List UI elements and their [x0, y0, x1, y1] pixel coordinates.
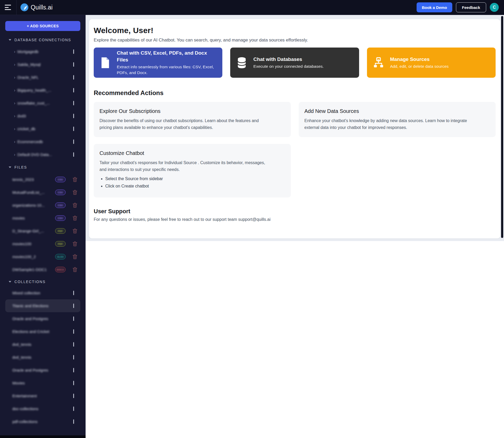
more-options-icon[interactable] [73, 394, 74, 398]
file-type-badge: XLSX [55, 254, 66, 259]
page: { "header": { "logo_text": "Quills.ai", … [0, 0, 504, 438]
chevron-right-icon[interactable]: › [14, 62, 15, 67]
header-actions: Book a Demo Feedback C [417, 2, 499, 12]
collection-row[interactable]: dvd_tennis [5, 351, 80, 364]
chevron-right-icon[interactable]: › [14, 114, 15, 118]
chevron-right-icon[interactable]: › [14, 88, 15, 92]
trash-icon[interactable] [73, 241, 77, 246]
more-options-icon[interactable] [73, 316, 74, 321]
page-subtitle: Explore the capabilities of our AI Chatb… [94, 38, 496, 43]
database-connection-row[interactable]: › snowflake_cust_... [5, 97, 80, 109]
trash-icon[interactable] [73, 203, 77, 208]
collection-row[interactable]: Movies [5, 377, 80, 389]
file-row[interactable]: MutualFundList_... CSV [5, 186, 80, 199]
trash-icon[interactable] [73, 190, 77, 195]
chevron-right-icon[interactable]: › [14, 140, 15, 144]
chevron-right-icon[interactable]: › [14, 101, 15, 105]
more-options-icon[interactable] [73, 139, 74, 144]
section-header-database-connections[interactable]: DATABASE CONNECTIONS [5, 37, 80, 43]
chevron-right-icon[interactable]: › [14, 75, 15, 80]
chat-with-files-card[interactable]: Chat with CSV, Excel, PDFs, and Docx Fil… [94, 48, 222, 78]
collection-row[interactable]: Entertainment [5, 389, 80, 402]
database-connection-row[interactable]: › Default DVD Data... [5, 148, 80, 161]
more-options-icon[interactable] [73, 101, 74, 105]
more-options-icon[interactable] [73, 49, 74, 54]
file-row[interactable]: movies100 PDF [5, 237, 80, 250]
more-options-icon[interactable] [73, 88, 74, 92]
more-options-icon[interactable] [73, 152, 74, 157]
database-connection-row[interactable]: › Mortgagedb [5, 45, 80, 58]
section-label: COLLECTIONS [14, 280, 46, 284]
chevron-right-icon[interactable]: › [14, 153, 15, 157]
more-options-icon[interactable] [73, 355, 74, 359]
collection-row[interactable]: dvd_tennis [5, 338, 80, 351]
file-row[interactable]: movies CSV [5, 212, 80, 225]
file-type-badge: CSV [55, 215, 66, 221]
database-connection-row[interactable]: › Oracle_NFL [5, 71, 80, 84]
trash-icon[interactable] [73, 267, 77, 272]
more-options-icon[interactable] [73, 342, 74, 347]
chat-with-databases-card[interactable]: Chat with Databases Execute on your conn… [230, 48, 359, 78]
database-name: dvd3 [17, 114, 26, 118]
collection-row[interactable]: doc-collections [5, 402, 80, 415]
action-card-title: Explore Our Subscriptions [99, 108, 285, 114]
sidebar-horizontal-scrollbar[interactable] [0, 435, 86, 438]
feature-cards: Chat with CSV, Excel, PDFs, and Docx Fil… [94, 48, 496, 78]
collection-row[interactable]: pdf-collections [5, 415, 80, 428]
more-options-icon[interactable] [73, 75, 74, 80]
trash-icon[interactable] [73, 228, 77, 233]
book-a-demo-button[interactable]: Book a Demo [417, 2, 452, 12]
more-options-icon[interactable] [73, 291, 74, 295]
collection-row[interactable]: Elections and Cricket [5, 325, 80, 338]
file-type-badge: CSV [55, 190, 66, 195]
more-options-icon[interactable] [73, 127, 74, 131]
more-options-icon[interactable] [73, 329, 74, 334]
trash-icon[interactable] [73, 216, 77, 221]
chevron-down-icon[interactable] [9, 39, 11, 41]
collections-list: Mixed collection Titanic and Elections O… [0, 284, 86, 428]
database-name: Sakila_Mysql [17, 62, 40, 67]
database-connection-row[interactable]: › Sakila_Mysql [5, 58, 80, 71]
file-row[interactable]: movies100_2 XLSX [5, 250, 80, 263]
feedback-button[interactable]: Feedback [456, 2, 486, 12]
manage-sources-card[interactable]: Manage Sources Add, edit, or delete data… [367, 48, 496, 78]
file-row[interactable]: organizations-10... CSV [5, 199, 80, 212]
collection-row[interactable]: Titanic and Elections [5, 299, 80, 312]
chevron-down-icon[interactable] [9, 166, 11, 168]
more-options-icon[interactable] [73, 406, 74, 411]
chevron-right-icon[interactable]: › [14, 127, 15, 131]
collection-name: Oracle and Postgres [12, 316, 48, 321]
more-options-icon[interactable] [73, 419, 74, 424]
more-options-icon[interactable] [73, 62, 74, 67]
file-row[interactable]: tennis_2023 CSV [5, 173, 80, 186]
file-row[interactable]: DWSample1-DOC1 DOCX [5, 263, 80, 276]
trash-icon[interactable] [73, 177, 77, 182]
chevron-down-icon[interactable] [9, 281, 11, 283]
quill-feather-icon [20, 3, 29, 12]
section-header-collections[interactable]: COLLECTIONS [5, 279, 80, 284]
database-connection-row[interactable]: › dvd3 [5, 109, 80, 122]
more-options-icon[interactable] [73, 114, 74, 118]
file-row[interactable]: D_Strange-Girl_... PDF [5, 225, 80, 237]
customize-step: Click on Create chatbot [105, 184, 285, 189]
add-sources-button[interactable]: + ADD SOURCES [5, 21, 80, 31]
action-card-body: Enhance your chatbot's knowledge by addi… [304, 117, 472, 131]
trash-icon[interactable] [73, 254, 77, 259]
collection-row[interactable]: Oracle and Postgres [5, 312, 80, 325]
more-options-icon[interactable] [73, 368, 74, 372]
database-connection-row[interactable]: › Ecommercedb [5, 135, 80, 148]
database-connection-row[interactable]: › cricket_db [5, 122, 80, 135]
section-header-files[interactable]: FILES [5, 165, 80, 170]
hamburger-menu-icon[interactable] [5, 5, 12, 10]
file-name: D_Strange-Girl_... [12, 229, 44, 233]
collection-row[interactable]: Oracle and Postgres [5, 364, 80, 377]
vertical-scrollbar[interactable] [501, 16, 503, 238]
database-connection-row[interactable]: › Bigquery_health_... [5, 84, 80, 97]
collection-row[interactable]: Mixed collection [5, 286, 80, 299]
chevron-right-icon[interactable]: › [14, 50, 15, 54]
more-options-icon[interactable] [73, 381, 74, 385]
file-name: movies [12, 216, 25, 220]
user-avatar[interactable]: C [490, 3, 499, 12]
customize-step: Select the Source from sidebar [105, 176, 285, 181]
more-options-icon[interactable] [73, 304, 74, 308]
